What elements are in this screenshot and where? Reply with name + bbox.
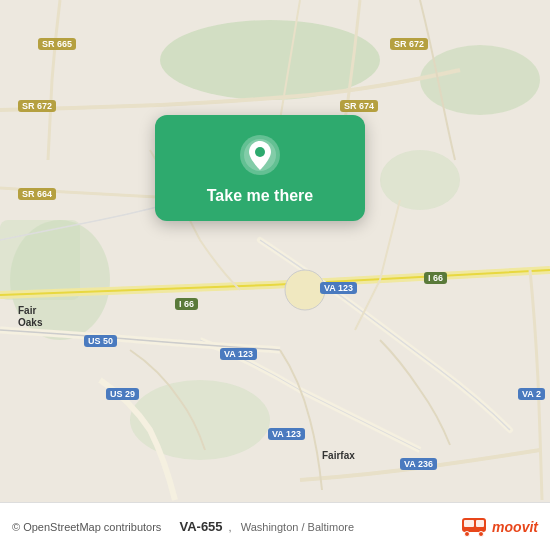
badge-us29: US 29 xyxy=(106,388,139,400)
badge-i66a: I 66 xyxy=(424,272,447,284)
location-pin-icon xyxy=(238,133,282,177)
moovit-logo: moovit xyxy=(460,516,538,538)
svg-point-7 xyxy=(285,270,325,310)
badge-sr672b: SR 672 xyxy=(390,38,428,50)
badge-va236: VA 236 xyxy=(400,458,437,470)
svg-point-1 xyxy=(160,20,380,100)
svg-rect-13 xyxy=(476,520,484,527)
moovit-label: moovit xyxy=(492,519,538,535)
badge-va123b: VA 123 xyxy=(220,348,257,360)
map-subtitle-text: Washington / Baltimore xyxy=(241,521,354,533)
bottom-left: © OpenStreetMap contributors VA-655 , Wa… xyxy=(12,519,354,534)
map-subtitle: , xyxy=(229,521,235,533)
badge-us50: US 50 xyxy=(84,335,117,347)
map-svg xyxy=(0,0,550,550)
svg-point-5 xyxy=(130,380,270,460)
badge-va2: VA 2 xyxy=(518,388,545,400)
svg-rect-12 xyxy=(464,520,474,527)
moovit-icon xyxy=(460,516,488,538)
place-fair-oaks: FairOaks xyxy=(18,305,42,329)
badge-va123c: VA 123 xyxy=(268,428,305,440)
badge-sr664: SR 664 xyxy=(18,188,56,200)
badge-sr672a: SR 672 xyxy=(18,100,56,112)
map-container: SR 665 SR 672 SR 672 SR 674 SR 664 VA 12… xyxy=(0,0,550,550)
svg-point-6 xyxy=(380,150,460,210)
map-title: VA-655 xyxy=(179,519,222,534)
badge-va123a: VA 123 xyxy=(320,282,357,294)
badge-i66b: I 66 xyxy=(175,298,198,310)
badge-sr674: SR 674 xyxy=(340,100,378,112)
copyright-text: © OpenStreetMap contributors xyxy=(12,521,161,533)
svg-point-10 xyxy=(255,147,265,157)
place-fairfax: Fairfax xyxy=(322,450,355,462)
bottom-bar: © OpenStreetMap contributors VA-655 , Wa… xyxy=(0,502,550,550)
take-me-there-button[interactable]: Take me there xyxy=(207,187,313,205)
popup-card: Take me there xyxy=(155,115,365,221)
svg-point-15 xyxy=(479,531,484,536)
badge-sr665: SR 665 xyxy=(38,38,76,50)
svg-point-14 xyxy=(465,531,470,536)
